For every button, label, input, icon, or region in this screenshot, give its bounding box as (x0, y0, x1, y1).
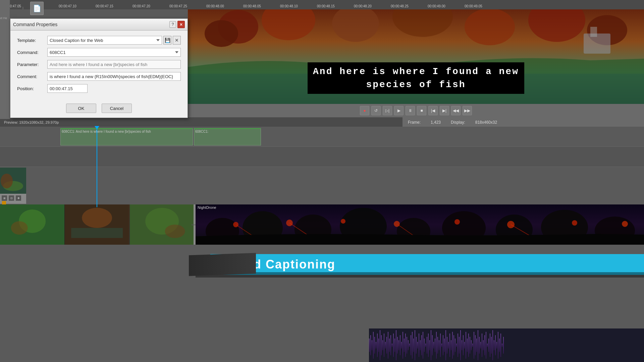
svg-rect-95 (432, 335, 433, 355)
svg-rect-129 (478, 330, 478, 360)
svg-rect-71 (400, 335, 400, 355)
svg-rect-64 (390, 335, 391, 355)
svg-rect-130 (479, 337, 480, 354)
svg-rect-126 (474, 332, 474, 359)
video-thumbnails-left (0, 204, 195, 245)
svg-rect-49 (370, 335, 371, 355)
go-end-button[interactable]: ▶| (440, 106, 449, 115)
svg-rect-132 (482, 334, 482, 357)
svg-rect-101 (440, 334, 441, 357)
pause-button[interactable]: ⏸ (406, 106, 415, 115)
cc-marker-1-label: 608CC1: And here is where I found a new … (61, 129, 193, 134)
record-button[interactable]: ● (360, 106, 369, 115)
svg-rect-57 (381, 335, 382, 355)
svg-rect-131 (480, 342, 481, 349)
svg-rect-100 (439, 340, 439, 350)
ruler-tc-6: 00:00:48.05 (243, 4, 261, 8)
cancel-button[interactable]: Cancel (102, 104, 132, 113)
dialog-title: Command Properties (13, 22, 57, 27)
go-start-button[interactable]: |◀ (428, 106, 438, 115)
stop-button[interactable]: ■ (417, 106, 426, 115)
svg-rect-122 (468, 334, 469, 357)
svg-rect-103 (443, 335, 443, 355)
comment-input[interactable] (47, 72, 181, 81)
svg-rect-67 (394, 339, 395, 352)
thumb-icon-1[interactable]: ⊞ (1, 195, 7, 201)
thumb-icon-3[interactable]: ✥ (15, 195, 21, 201)
parameter-label: Parameter: (17, 62, 47, 67)
svg-rect-133 (483, 340, 484, 350)
vthumb-svg-3 (130, 204, 194, 245)
template-clear-button[interactable]: ✕ (173, 36, 181, 45)
video-thumb-2 (65, 204, 129, 245)
night-drone-strip: NightDrone (196, 204, 644, 245)
svg-rect-108 (449, 334, 450, 357)
prev-clip-button[interactable]: ◀◀ (451, 106, 461, 115)
cc-marker-2[interactable]: 608CC1: (194, 128, 261, 145)
template-select[interactable]: Closed Caption for the Web (47, 36, 162, 45)
position-input[interactable] (47, 84, 88, 93)
loop-button[interactable]: ↺ (371, 106, 381, 115)
svg-rect-143 (496, 342, 497, 349)
cc-track: 608CC1: And here is where I found a new … (0, 127, 644, 147)
template-save-button[interactable]: 💾 (163, 36, 171, 45)
cc-marker-1[interactable]: 608CC1: And here is where I found a new … (60, 128, 193, 145)
svg-rect-51 (373, 332, 374, 359)
caption-line1: And here is where I found a new (313, 66, 519, 77)
svg-rect-140 (492, 330, 493, 360)
command-select[interactable]: 608CC1 (47, 48, 181, 57)
svg-rect-56 (380, 330, 380, 360)
next-clip-button[interactable]: ▶▶ (463, 106, 472, 115)
dialog-close-button[interactable]: × (177, 21, 185, 28)
dialog-body: Template: Closed Caption for the Web 💾 ✕… (10, 31, 187, 100)
thumb-icon-2[interactable]: ⊡ (8, 195, 14, 201)
svg-rect-96 (433, 342, 434, 349)
svg-rect-93 (429, 340, 430, 350)
svg-rect-60 (385, 342, 386, 349)
help-button[interactable]: ? (169, 21, 176, 28)
ruler-tc-5: 00:00:48.00 (206, 4, 224, 8)
svg-point-5 (332, 5, 379, 42)
svg-rect-66 (393, 334, 394, 357)
svg-rect-94 (431, 330, 431, 360)
play-button[interactable]: ▶ (394, 106, 404, 115)
caption-overlay: And here is where I found a new species … (308, 62, 524, 94)
svg-rect-141 (494, 340, 494, 350)
svg-rect-148 (503, 337, 504, 354)
dialog-titlebar: Command Properties ? × (10, 19, 187, 31)
svg-rect-123 (470, 337, 470, 354)
svg-rect-74 (404, 339, 405, 352)
thumb-icons-row: ⊞ ⊡ ✥ (0, 195, 26, 201)
cc-banner-body: Closed Captioning (211, 254, 644, 275)
svg-rect-118 (463, 335, 464, 355)
parameter-input[interactable] (47, 60, 181, 69)
svg-point-14 (1, 174, 13, 188)
frame-value: 1,423 (431, 120, 441, 125)
ok-button[interactable]: OK (66, 104, 96, 113)
command-row: Command: 608CC1 (17, 48, 181, 57)
display-value: 818x460x32 (475, 120, 497, 125)
svg-rect-113 (456, 344, 457, 347)
svg-point-24 (165, 225, 185, 238)
cc-banner-shadow (196, 272, 644, 278)
svg-rect-61 (386, 337, 387, 354)
svg-point-18 (11, 221, 28, 235)
cc-banner: Closed Captioning (196, 254, 644, 275)
svg-rect-97 (435, 339, 435, 352)
svg-rect-84 (417, 342, 418, 349)
ruler-tc-11: 00:00:49.00 (428, 4, 445, 8)
dialog-controls: ? × (169, 21, 185, 28)
svg-rect-145 (499, 339, 500, 352)
svg-rect-50 (372, 340, 372, 350)
ruler-tc-9: 00:00:48.20 (354, 4, 372, 8)
step-forward-button[interactable]: ▷| (383, 106, 392, 115)
vthumb-svg-1 (0, 204, 64, 245)
svg-rect-85 (419, 334, 419, 357)
svg-rect-125 (472, 344, 473, 347)
svg-rect-128 (476, 339, 477, 352)
svg-rect-142 (495, 335, 496, 355)
svg-point-7 (465, 8, 515, 45)
svg-rect-146 (500, 334, 501, 357)
svg-point-45 (572, 220, 577, 226)
command-properties-dialog: Command Properties ? × Template: Closed … (10, 18, 188, 118)
